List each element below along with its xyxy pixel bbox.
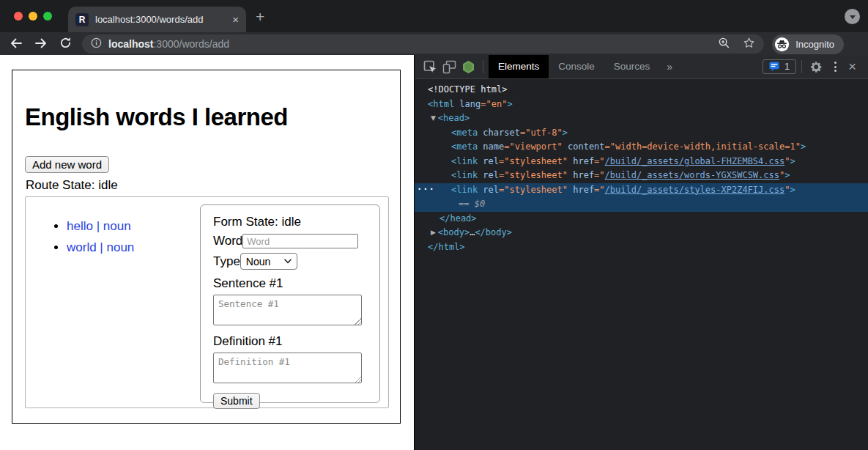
incognito-label: Incognito: [795, 39, 834, 50]
webpage-viewport: English words I learned Add new word Rou…: [0, 55, 414, 450]
sentence-field-label: Sentence #1: [213, 276, 368, 291]
back-button[interactable]: [9, 36, 23, 51]
type-select[interactable]: Noun: [240, 253, 297, 270]
bookmark-star-icon[interactable]: [743, 37, 755, 52]
devtools-panel: Elements Console Sources » 1: [414, 55, 868, 450]
navigation-toolbar: localhost:3000/words/add Incognito: [0, 32, 868, 55]
inspect-element-icon[interactable]: [420, 57, 439, 76]
issues-badge[interactable]: 1: [763, 59, 796, 74]
type-field-label: Type: [213, 254, 240, 269]
app-container: English words I learned Add new word Rou…: [12, 70, 401, 424]
titlebar: R localhost:3000/words/add × +: [0, 0, 868, 32]
window-close-button[interactable]: [14, 12, 23, 21]
devtools-close-icon[interactable]: ×: [848, 59, 856, 75]
more-tabs-icon[interactable]: »: [659, 61, 680, 73]
browser-window: R localhost:3000/words/add × + localhost…: [0, 0, 868, 450]
tab-console[interactable]: Console: [549, 55, 604, 78]
tab-search-button[interactable]: [845, 9, 860, 24]
forward-button[interactable]: [34, 36, 48, 51]
address-bar[interactable]: localhost:3000/words/add: [82, 34, 764, 54]
reload-button[interactable]: [59, 36, 73, 51]
definition-textarea[interactable]: [213, 353, 362, 383]
tab-sources[interactable]: Sources: [604, 55, 660, 78]
code-line[interactable]: <meta charset="utf-8">: [415, 126, 868, 141]
site-info-icon[interactable]: [91, 37, 102, 51]
word-input[interactable]: [242, 234, 358, 248]
code-line[interactable]: ▼ <head>: [415, 111, 868, 126]
code-line[interactable]: ▶ <body>…</body>: [415, 226, 868, 240]
window-zoom-button[interactable]: [43, 12, 52, 21]
remix-favicon-icon: R: [75, 13, 89, 26]
selected-node-gutter-icon[interactable]: ...: [417, 180, 435, 195]
words-panel: hello | noun world | noun Form State: id…: [25, 196, 389, 408]
tab-title: localhost:3000/words/add: [95, 14, 203, 25]
form-state-text: Form State: idle: [213, 215, 368, 229]
chevron-down-icon: [284, 259, 292, 264]
code-line[interactable]: </html>: [415, 240, 868, 255]
issues-count: 1: [784, 62, 790, 72]
submit-button[interactable]: Submit: [213, 393, 260, 409]
window-minimize-button[interactable]: [29, 12, 37, 21]
page-title: English words I learned: [25, 103, 400, 131]
code-line[interactable]: </head>: [415, 212, 868, 226]
incognito-icon: [774, 37, 790, 52]
add-new-word-button[interactable]: Add new word: [25, 156, 109, 173]
code-line[interactable]: <!DOCTYPE html>: [415, 83, 868, 97]
code-line[interactable]: <meta name="viewport" content="width=dev…: [415, 140, 868, 155]
zoom-icon[interactable]: [718, 37, 730, 52]
type-select-value: Noun: [246, 256, 270, 268]
tab-elements[interactable]: Elements: [489, 55, 549, 78]
code-line[interactable]: ...<link rel="stylesheet" href="/build/_…: [415, 183, 868, 198]
device-toolbar-icon[interactable]: [439, 57, 459, 76]
devtools-menu-icon[interactable]: [826, 57, 845, 76]
sentence-textarea[interactable]: [213, 295, 362, 325]
settings-gear-icon[interactable]: [807, 57, 826, 76]
word-field-label: Word: [213, 234, 242, 248]
browser-tab[interactable]: R localhost:3000/words/add ×: [68, 7, 246, 32]
chevron-down-icon: [850, 15, 856, 19]
word-link[interactable]: hello | noun: [67, 219, 131, 233]
url-text: localhost:3000/words/add: [108, 38, 229, 50]
add-word-form: Form State: idle Word Type Noun: [200, 204, 380, 403]
incognito-badge: Incognito: [772, 34, 844, 54]
code-line[interactable]: <link rel="stylesheet" href="/build/_ass…: [415, 169, 868, 183]
elements-tree: <!DOCTYPE html><html lang="en">▼ <head><…: [415, 79, 868, 254]
route-state-text: Route State: idle: [26, 178, 400, 193]
tab-close-icon[interactable]: ×: [232, 14, 239, 25]
definition-field-label: Definition #1: [213, 334, 368, 349]
new-tab-button[interactable]: +: [256, 8, 264, 26]
message-icon: [769, 62, 780, 72]
devtools-toolbar: Elements Console Sources » 1: [415, 55, 868, 79]
code-line[interactable]: == $0: [415, 197, 868, 212]
word-link[interactable]: world | noun: [67, 240, 134, 254]
node-devtools-icon[interactable]: [459, 57, 478, 76]
code-line[interactable]: <html lang="en">: [415, 97, 868, 112]
code-line[interactable]: <link rel="stylesheet" href="/build/_ass…: [415, 155, 868, 169]
